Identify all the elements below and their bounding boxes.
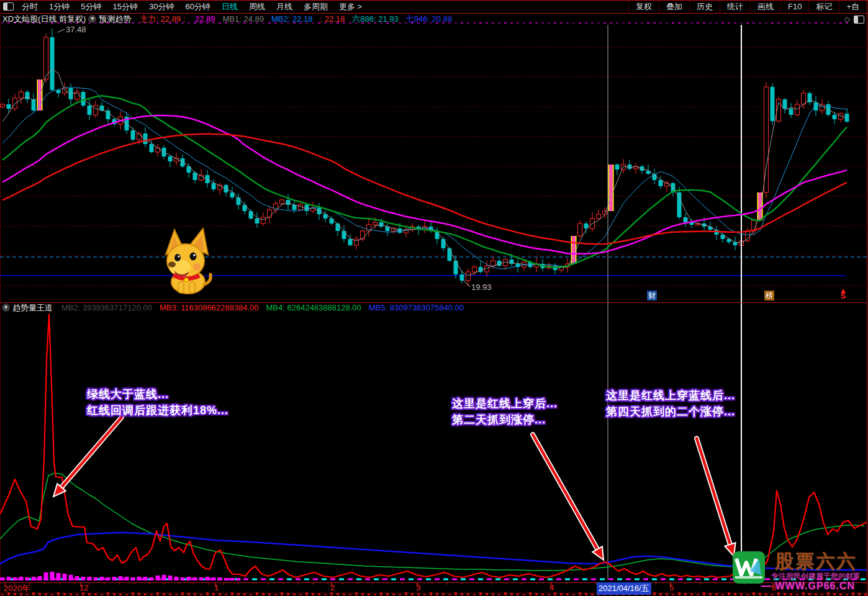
tool-button-1[interactable]: 叠加: [659, 1, 689, 12]
period-tab-4[interactable]: 30分钟: [143, 1, 179, 12]
stock-app-window: 分时1分钟5分钟15分钟30分钟60分钟日线周线月线多周期更多 > 复权叠加历史…: [0, 0, 868, 596]
period-tab-9[interactable]: 多周期: [298, 1, 333, 12]
sell-signal-marker: ▲S: [839, 288, 847, 299]
tool-button-5[interactable]: F10: [780, 2, 808, 11]
tool-button-2[interactable]: 历史: [689, 1, 720, 12]
annotation-callout-2: 这里是红线上穿蓝线后...第四天抓到的二个涨停...: [606, 387, 735, 420]
watermark-url: — WWW.GP66.CN —: [761, 580, 868, 596]
period-tab-10[interactable]: 更多 >: [333, 1, 368, 12]
high-price-label: 37.48: [66, 25, 86, 34]
event-tag[interactable]: 财: [647, 291, 657, 300]
annotation-callout-1: 这里是红线上穿后...第二天抓到涨停...: [452, 395, 558, 428]
symbol-title: XD文灿股(日线 前复权): [2, 14, 86, 25]
value-segment: 主力: 22.89 :: [140, 14, 188, 24]
overlay-indicator-label[interactable]: 预测趋势: [99, 14, 131, 25]
watermark-title: 股票六六: [775, 549, 857, 574]
value-segment: MB2: 3939363717120.00: [61, 303, 152, 312]
period-tab-6[interactable]: 日线: [216, 1, 243, 12]
axis-label: 5: [669, 583, 674, 592]
low-price-label: 19.93: [471, 282, 492, 292]
axis-label: 2020年: [4, 583, 30, 594]
mascot-dog-image: [157, 227, 214, 297]
value-segment: MB3: 116308662288384.00: [160, 303, 259, 312]
period-tab-3[interactable]: 15分钟: [107, 1, 143, 12]
event-tag[interactable]: 榜: [764, 291, 774, 300]
axis-label: 4: [549, 583, 554, 592]
period-tab-7[interactable]: 周线: [243, 1, 271, 12]
value-segment: 22.89: [195, 14, 215, 24]
period-tab-0[interactable]: 分时: [16, 1, 43, 12]
value-segment: 六886: 21.93: [352, 14, 398, 24]
indicator-values-2: MB2: 3939363717120.00MB3: 11630866228838…: [61, 303, 471, 312]
annotation-callout-0: 绿线大于蓝线...红线回调后跟进获利18%...: [87, 386, 228, 418]
tool-button-4[interactable]: 画线: [750, 1, 780, 12]
axis-label: 1: [214, 583, 219, 592]
chart-title-bar: XD文灿股(日线 前复权) ▼ 预测趋势 主力: 22.89 : 22.89MB…: [0, 14, 459, 24]
diamond-marker-icon[interactable]: ◇: [844, 15, 850, 24]
gp66-logo-icon: [731, 550, 766, 585]
axis-label: 3: [416, 583, 420, 592]
crosshair-date-tag: 2021/04/16/五: [597, 582, 651, 595]
value-segment: MB5: 83097383075840.00: [369, 303, 464, 312]
period-tab-1[interactable]: 1分钟: [43, 1, 75, 12]
indicator-name[interactable]: 趋势量王道: [12, 302, 53, 314]
tool-button-3[interactable]: 统计: [720, 1, 750, 12]
split-window-icon[interactable]: [854, 16, 864, 24]
value-segment: MB2: 22.18: [271, 14, 313, 24]
chevron-down-icon[interactable]: ▼: [2, 304, 10, 312]
layout-panel-icon[interactable]: [3, 2, 14, 11]
tool-button-6[interactable]: 标记: [808, 1, 839, 12]
chevron-down-icon[interactable]: ▼: [88, 15, 96, 23]
indicator-values: 主力: 22.89 : 22.89MB1: 24.89MB2: 22.18: 2…: [140, 14, 459, 25]
indicator-panel-header: ▼ 趋势量王道 MB2: 3939363717120.00MB3: 116308…: [0, 303, 471, 312]
value-segment: 七946: 20.88: [406, 14, 452, 24]
value-segment: MB1: 24.89: [222, 14, 264, 24]
tools-toolbar: 复权叠加历史统计画线F10标记+自: [628, 0, 866, 13]
axis-label: 12: [79, 583, 88, 592]
tool-button-7[interactable]: +自: [839, 1, 866, 12]
value-segment: MB4: 62642483888128.00: [266, 303, 361, 312]
period-tab-8[interactable]: 月线: [271, 1, 298, 12]
chart-svg[interactable]: [0, 0, 868, 596]
tool-button-0[interactable]: 复权: [628, 1, 659, 12]
value-segment: : 22.18: [320, 14, 345, 24]
axis-label: 2: [330, 583, 335, 592]
period-tab-5[interactable]: 60分钟: [179, 1, 215, 12]
period-tab-2[interactable]: 5分钟: [75, 1, 107, 12]
